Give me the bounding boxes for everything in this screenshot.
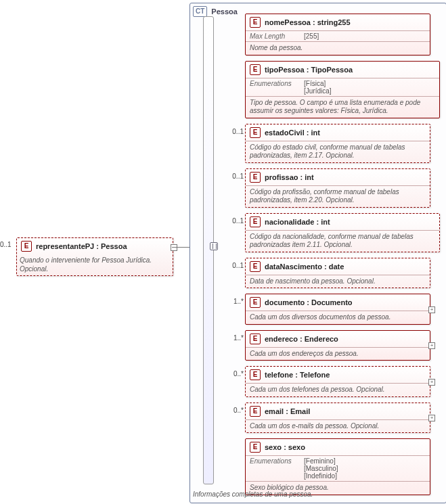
children-container: EnomePessoa : string255Max Length[255]No… (227, 14, 439, 501)
ct-footer: Informações completas de uma pessoa. (193, 490, 313, 498)
child-endereco: 1..*Eendereco : EnderecoCada um dos ende… (227, 330, 439, 361)
connector-line (172, 247, 189, 248)
facet-row: Enumerations[Física] [Jurídica] (246, 78, 439, 96)
element-header: Edocumento : Documento (246, 294, 430, 311)
element-tag: E (250, 127, 261, 138)
facet-row: Max Length[255] (246, 30, 430, 41)
element-name: estadoCivil (265, 129, 305, 137)
element-tag: E (250, 334, 261, 344)
sequence-bar (203, 16, 214, 484)
element-type: sexo (288, 443, 305, 451)
root-occurrence: 0..1 (0, 241, 12, 248)
element-header: EestadoCivil : int (246, 124, 430, 141)
element-desc: Cada um dos endereços da pessoa. (246, 347, 430, 361)
element-nomePessoa[interactable]: EnomePessoa : string255Max Length[255]No… (245, 14, 430, 55)
child-sexo: Esexo : sexoEnumerations[Feminino] [Masc… (227, 438, 439, 495)
facet-value: [Física] [Jurídica] (304, 80, 332, 95)
element-name: telefone (265, 371, 293, 379)
element-tag: E (21, 241, 32, 252)
occurrence-label: 0..1 (227, 217, 244, 225)
occurrence-label: 1..* (227, 334, 244, 342)
element-email[interactable]: Eemail : EmailCada um dos e-mails da pes… (245, 403, 430, 434)
element-name: email (265, 407, 284, 415)
element-representantePJ[interactable]: E representantePJ : Pessoa Quando o inte… (16, 237, 173, 276)
element-desc: Tipo de pessoa. O campo é uma lista enum… (246, 96, 439, 118)
element-desc: Código do estado civil, conforme manual … (246, 141, 430, 162)
ct-tag: CT (193, 6, 207, 17)
element-header: Eendereco : Endereco (246, 331, 430, 347)
element-name: nacionalidade (265, 218, 314, 226)
facet-label: Enumerations (250, 80, 297, 95)
sequence-compositor-icon[interactable] (210, 242, 218, 250)
child-dataNascimento: 0..1EdataNascimento : dateData de nascim… (227, 258, 439, 289)
child-profissao: 0..1Eprofissao : intCódigo da profissão,… (227, 168, 439, 208)
occurrence-label: 0..1 (227, 262, 244, 269)
element-header: Enacionalidade : int (246, 214, 439, 230)
element-tag: E (250, 17, 261, 28)
element-type: Pessoa (101, 242, 127, 250)
element-tag: E (250, 406, 261, 417)
element-desc: Cada um dos diversos documentos da pesso… (246, 311, 430, 324)
element-name: tipoPessoa (265, 66, 305, 74)
element-tag: E (250, 64, 261, 75)
element-tag: E (250, 216, 261, 227)
element-endereco[interactable]: Eendereco : EnderecoCada um dos endereço… (245, 330, 430, 361)
element-desc: Nome da pessoa. (246, 41, 430, 55)
element-type: int (321, 218, 330, 226)
element-header: Esexo : sexo (246, 439, 430, 455)
element-desc: Quando o interveniente for Pessoa Jurídi… (17, 254, 173, 275)
element-profissao[interactable]: Eprofissao : intCódigo da profissão, con… (245, 168, 430, 208)
element-header: Eprofissao : int (246, 169, 430, 185)
element-name: representantePJ (36, 242, 94, 250)
element-type: Documento (311, 298, 353, 306)
child-documento: 1..*Edocumento : DocumentoCada um dos di… (227, 294, 439, 325)
element-desc: Cada um dos e-mails da pessoa. Opcional. (246, 419, 430, 433)
element-documento[interactable]: Edocumento : DocumentoCada um dos divers… (245, 294, 430, 325)
element-type: int (311, 129, 319, 137)
element-name: sexo (265, 443, 282, 451)
element-name: documento (265, 298, 305, 306)
child-nacionalidade: 0..1Enacionalidade : intCódigo da nacion… (227, 213, 439, 252)
expand-icon[interactable]: + (428, 342, 435, 349)
element-desc: Data de nascimento da pessoa. Opcional. (246, 275, 430, 288)
element-nacionalidade[interactable]: Enacionalidade : intCódigo da nacionalid… (245, 213, 440, 252)
element-header: EdataNascimento : date (246, 258, 430, 275)
element-telefone[interactable]: Etelefone : TelefoneCada um dos telefone… (245, 366, 430, 397)
element-type: string255 (317, 18, 351, 26)
element-desc: Código da profissão, conforme manual de … (246, 185, 430, 207)
element-tag: E (250, 369, 261, 380)
facet-row: Enumerations[Feminino] [Masculino] [Inde… (246, 455, 430, 481)
element-header: Eemail : Email (246, 403, 430, 419)
element-tag: E (250, 261, 261, 272)
element-type: Telefone (300, 371, 330, 379)
facet-value: [Feminino] [Masculino] [Indefinido] (304, 457, 338, 480)
element-type-sep: : (96, 242, 101, 250)
element-tag: E (250, 172, 261, 183)
element-header: Etelefone : Telefone (246, 367, 430, 383)
element-sexo[interactable]: Esexo : sexoEnumerations[Feminino] [Masc… (245, 438, 430, 495)
element-tag: E (250, 442, 261, 453)
element-tag: E (250, 297, 261, 308)
element-type: date (329, 262, 344, 271)
element-dataNascimento[interactable]: EdataNascimento : dateData de nascimento… (245, 258, 430, 289)
occurrence-label: 1..* (227, 298, 244, 305)
element-header: EtipoPessoa : TipoPessoa (246, 62, 439, 78)
element-name: endereco (265, 335, 298, 343)
expand-icon[interactable]: + (428, 379, 435, 386)
element-estadoCivil[interactable]: EestadoCivil : intCódigo do estado civil… (245, 124, 430, 163)
child-estadoCivil: 0..1EestadoCivil : intCódigo do estado c… (227, 124, 439, 163)
child-email: 0..*Eemail : EmailCada um dos e-mails da… (227, 403, 439, 434)
element-tipoPessoa[interactable]: EtipoPessoa : TipoPessoaEnumerations[Fís… (245, 61, 440, 118)
occurrence-label: 0..1 (227, 128, 244, 135)
expand-icon[interactable]: + (428, 415, 435, 421)
child-tipoPessoa: EtipoPessoa : TipoPessoaEnumerations[Fís… (227, 61, 439, 118)
element-type: Endereco (305, 335, 338, 343)
facet-label: Max Length (250, 32, 297, 40)
expand-icon[interactable]: + (428, 306, 435, 313)
element-type: TipoPessoa (311, 66, 353, 74)
occurrence-label: 0..1 (227, 173, 244, 180)
child-telefone: 0..*Etelefone : TelefoneCada um dos tele… (227, 366, 439, 397)
element-type: int (305, 173, 313, 181)
element-name: dataNascimento (265, 262, 322, 271)
element-name: nomePessoa (265, 18, 311, 26)
